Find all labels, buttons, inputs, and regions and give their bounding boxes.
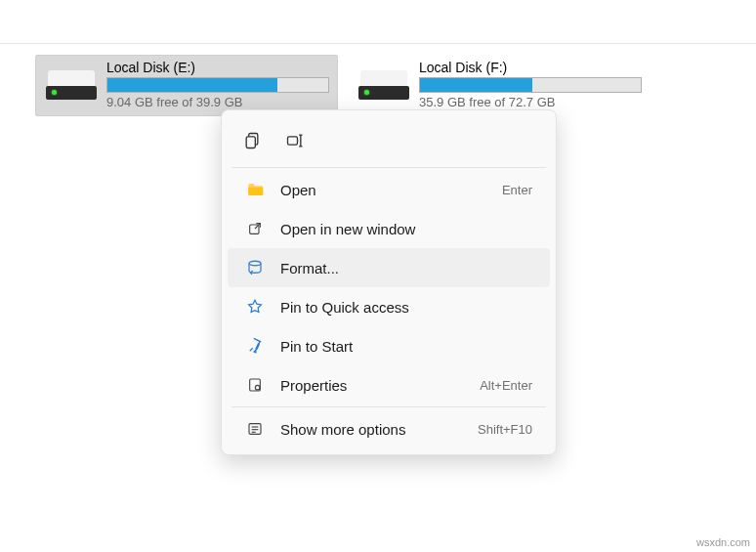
menu-label: Properties [280, 377, 480, 394]
rename-icon[interactable] [278, 124, 312, 157]
drive-space-text: 35.9 GB free of 72.7 GB [419, 95, 642, 109]
hdd-icon [357, 70, 411, 100]
menu-label: Open in new window [280, 221, 532, 237]
menu-label: Pin to Start [280, 338, 532, 355]
folder-icon [245, 180, 265, 199]
drive-space-text: 9.04 GB free of 39.9 GB [106, 95, 329, 109]
menu-pin-start[interactable]: Pin to Start [228, 326, 550, 365]
menu-label: Format... [280, 260, 532, 276]
menu-label: Open [280, 182, 502, 198]
drive-f[interactable]: Local Disk (F:) 35.9 GB free of 72.7 GB [348, 55, 651, 116]
properties-icon [245, 375, 265, 395]
menu-label: Show more options [280, 421, 478, 438]
watermark: wsxdn.com [696, 536, 750, 548]
copy-icon[interactable] [235, 124, 269, 157]
menu-properties[interactable]: Properties Alt+Enter [228, 365, 550, 404]
menu-show-more[interactable]: Show more options Shift+F10 [228, 409, 550, 448]
menu-pin-quick-access[interactable]: Pin to Quick access [228, 287, 550, 326]
context-menu: Open Enter Open in new window Format... … [221, 109, 557, 455]
drive-usage-bar [106, 77, 329, 93]
top-divider [0, 43, 756, 44]
svg-rect-1 [246, 137, 255, 149]
menu-label: Pin to Quick access [280, 299, 532, 316]
drive-info: Local Disk (F:) 35.9 GB free of 72.7 GB [419, 60, 642, 109]
menu-shortcut: Enter [502, 183, 532, 197]
svg-line-8 [250, 348, 253, 351]
drives-row: Local Disk (E:) 9.04 GB free of 39.9 GB … [35, 55, 736, 116]
menu-open-new-window[interactable]: Open in new window [228, 209, 550, 248]
menu-separator [231, 167, 546, 168]
hdd-icon [44, 70, 99, 100]
format-icon [245, 258, 265, 277]
drive-e[interactable]: Local Disk (E:) 9.04 GB free of 39.9 GB [35, 55, 338, 116]
menu-separator [231, 406, 546, 407]
pin-icon [245, 336, 265, 356]
drive-label: Local Disk (E:) [106, 60, 329, 75]
star-icon [245, 297, 265, 317]
svg-point-10 [255, 385, 260, 390]
menu-shortcut: Shift+F10 [478, 422, 532, 437]
menu-shortcut: Alt+Enter [480, 378, 532, 393]
more-options-icon [245, 419, 265, 439]
svg-rect-2 [288, 137, 298, 145]
open-external-icon [245, 219, 265, 238]
menu-format[interactable]: Format... [228, 248, 550, 287]
drive-info: Local Disk (E:) 9.04 GB free of 39.9 GB [106, 60, 329, 109]
svg-point-7 [249, 261, 261, 266]
drive-usage-bar [419, 77, 642, 93]
menu-open[interactable]: Open Enter [228, 170, 550, 209]
drive-label: Local Disk (F:) [419, 60, 642, 75]
menu-action-bar [222, 116, 556, 165]
